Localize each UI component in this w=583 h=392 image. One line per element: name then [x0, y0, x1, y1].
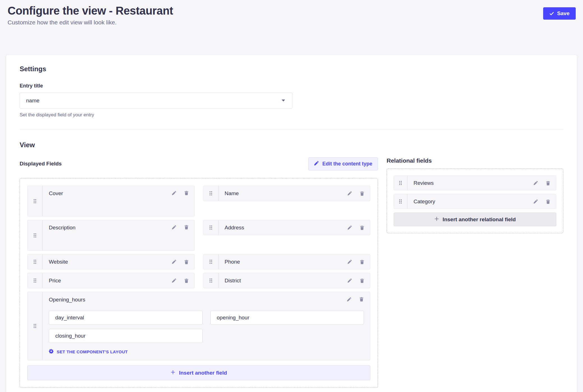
field-card-district[interactable]: District — [203, 273, 371, 288]
drag-handle[interactable] — [27, 220, 43, 250]
displayed-fields-column: Displayed Fields Edit the content type — [20, 157, 378, 388]
edit-field-icon[interactable] — [533, 181, 538, 185]
set-component-layout-link[interactable]: SET THE COMPONENT'S LAYOUT — [49, 349, 128, 354]
gear-icon — [49, 349, 54, 354]
field-label: Description — [49, 225, 172, 231]
drag-handle[interactable] — [203, 186, 219, 201]
edit-content-type-button[interactable]: Edit the content type — [308, 157, 378, 170]
view-columns: Displayed Fields Edit the content type — [20, 157, 563, 388]
edit-field-icon[interactable] — [172, 278, 176, 283]
subfield-opening-hour[interactable]: opening_hour — [210, 311, 364, 325]
plus-icon — [434, 216, 439, 223]
chevron-down-icon — [282, 100, 285, 102]
edit-field-icon[interactable] — [347, 259, 352, 264]
edit-field-icon[interactable] — [347, 297, 352, 302]
field-card-website[interactable]: Website — [27, 254, 195, 269]
insert-another-field-label: Insert another field — [179, 370, 227, 376]
field-card-body: Website — [43, 254, 194, 269]
page-header: Configure the view - Restaurant Customiz… — [0, 0, 583, 26]
field-card-body: Category — [407, 194, 556, 209]
view-section-title: View — [20, 141, 563, 149]
configure-view-card: Settings Entry title name Set the displa… — [6, 55, 577, 392]
page-header-text: Configure the view - Restaurant Customiz… — [8, 4, 173, 26]
field-card-price[interactable]: Price — [27, 273, 195, 288]
insert-another-field-button[interactable]: Insert another field — [27, 365, 370, 380]
field-card-body: Name — [219, 186, 370, 201]
delete-field-icon[interactable] — [184, 225, 189, 230]
set-component-layout-label: SET THE COMPONENT'S LAYOUT — [57, 349, 128, 354]
drag-handle[interactable] — [27, 186, 43, 216]
subfield-closing-hour[interactable]: closing_hour — [49, 329, 203, 343]
edit-content-type-label: Edit the content type — [322, 161, 372, 167]
save-button[interactable]: Save — [543, 7, 576, 20]
field-card-body: Price — [43, 273, 194, 288]
drag-handle[interactable] — [203, 254, 219, 269]
displayed-fields-label: Displayed Fields — [20, 161, 62, 167]
drag-handle[interactable] — [394, 176, 407, 190]
relational-card-category[interactable]: Category — [394, 194, 556, 209]
drag-handle[interactable] — [27, 254, 43, 269]
field-card-phone[interactable]: Phone — [203, 254, 371, 269]
delete-field-icon[interactable] — [184, 190, 189, 195]
edit-field-icon[interactable] — [172, 191, 176, 195]
field-card-description[interactable]: Description — [27, 220, 195, 251]
edit-field-icon[interactable] — [172, 259, 176, 264]
section-divider — [20, 130, 563, 130]
settings-section-title: Settings — [20, 65, 563, 73]
page-title: Configure the view - Restaurant — [8, 4, 173, 17]
field-label: Name — [225, 190, 348, 197]
drag-handle[interactable] — [394, 194, 407, 209]
field-card-opening-hours[interactable]: Opening_hours day_interval opening_hour … — [27, 292, 370, 360]
field-label: Price — [49, 278, 172, 284]
check-icon — [549, 11, 554, 16]
component-header: Opening_hours — [49, 297, 364, 303]
delete-field-icon[interactable] — [546, 199, 550, 204]
field-card-body: District — [219, 273, 370, 288]
drag-handle[interactable] — [203, 220, 219, 235]
delete-field-icon[interactable] — [360, 259, 364, 264]
delete-field-icon[interactable] — [546, 181, 550, 186]
relational-card-reviews[interactable]: Reviews — [394, 176, 556, 190]
component-subfields: day_interval opening_hour closing_hour — [49, 311, 364, 343]
field-label: Address — [225, 225, 348, 231]
drag-handle[interactable] — [27, 273, 43, 288]
field-label: Website — [49, 259, 172, 265]
entry-title-select[interactable]: name — [20, 93, 292, 109]
delete-field-icon[interactable] — [184, 259, 189, 264]
field-card-body: Reviews — [407, 176, 556, 190]
field-card-body: Address — [219, 220, 370, 235]
edit-field-icon[interactable] — [172, 225, 176, 230]
delete-field-icon[interactable] — [359, 297, 364, 302]
delete-field-icon[interactable] — [360, 278, 364, 283]
save-button-label: Save — [557, 10, 570, 17]
delete-field-icon[interactable] — [360, 191, 364, 196]
field-card-name[interactable]: Name — [203, 186, 371, 201]
field-card-body: Phone — [219, 254, 370, 269]
insert-relational-field-label: Insert another relational field — [443, 216, 516, 223]
field-label: Cover — [49, 190, 172, 197]
relational-fields-dropzone: Reviews Category — [387, 169, 563, 233]
field-card-body: Cover — [43, 186, 194, 216]
edit-field-icon[interactable] — [347, 191, 352, 196]
relational-fields-title: Relational fields — [387, 157, 563, 164]
delete-field-icon[interactable] — [184, 278, 189, 283]
field-card-address[interactable]: Address — [203, 220, 371, 235]
field-card-cover[interactable]: Cover — [27, 186, 195, 216]
drag-handle[interactable] — [27, 292, 43, 360]
pencil-icon — [314, 161, 319, 167]
delete-field-icon[interactable] — [360, 225, 364, 230]
entry-title-label: Entry title — [20, 83, 563, 89]
fields-grid: Cover Name — [27, 186, 370, 360]
relational-fields-column: Relational fields Reviews — [387, 157, 563, 233]
edit-field-icon[interactable] — [347, 278, 352, 283]
component-body: Opening_hours day_interval opening_hour … — [43, 292, 370, 360]
drag-handle[interactable] — [203, 273, 219, 288]
entry-title-selected-value: name — [26, 98, 40, 104]
field-label: Phone — [225, 259, 348, 265]
subfield-day-interval[interactable]: day_interval — [49, 311, 203, 325]
insert-relational-field-button[interactable]: Insert another relational field — [394, 213, 556, 226]
edit-field-icon[interactable] — [347, 225, 352, 230]
displayed-fields-dropzone: Cover Name — [20, 178, 378, 388]
plus-icon — [171, 370, 175, 376]
edit-field-icon[interactable] — [533, 199, 538, 204]
